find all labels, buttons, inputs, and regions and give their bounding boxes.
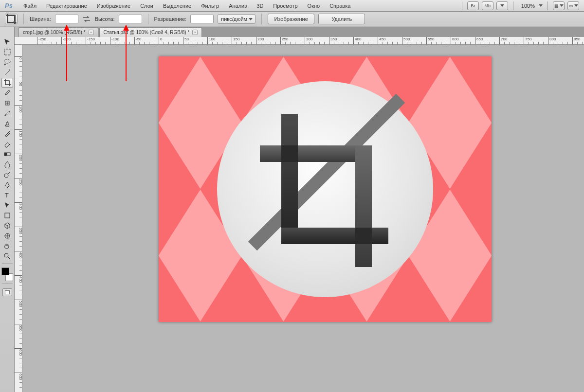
svg-point-1 bbox=[4, 59, 10, 63]
marquee-tool[interactable] bbox=[1, 47, 13, 57]
divider bbox=[513, 1, 513, 10]
resolution-input[interactable] bbox=[190, 15, 214, 23]
menu-слои[interactable]: Слои bbox=[135, 1, 158, 11]
lasso-tool[interactable] bbox=[1, 57, 13, 67]
svg-rect-16 bbox=[248, 94, 405, 250]
menu-справка[interactable]: Справка bbox=[325, 1, 355, 11]
canvas-area[interactable] bbox=[22, 45, 584, 392]
magic-wand-tool[interactable] bbox=[1, 68, 13, 77]
svg-rect-20 bbox=[355, 145, 372, 267]
divider bbox=[462, 1, 462, 10]
svg-text:T: T bbox=[5, 192, 9, 199]
move-tool[interactable] bbox=[1, 37, 13, 47]
divider bbox=[548, 1, 548, 10]
menu-анализ[interactable]: Анализ bbox=[224, 1, 252, 11]
svg-rect-17 bbox=[281, 114, 298, 244]
svg-rect-19 bbox=[260, 145, 372, 162]
menu-окно[interactable]: Окно bbox=[303, 1, 325, 11]
menu-3d[interactable]: 3D bbox=[252, 1, 268, 11]
ruler-horizontal[interactable]: -250-200-150-100-50050100150200250300350… bbox=[18, 37, 584, 45]
annotation-arrow bbox=[66, 25, 67, 81]
height-input[interactable] bbox=[119, 15, 142, 23]
minibridge-button[interactable]: Mb bbox=[482, 1, 493, 10]
tab-close-icon[interactable]: × bbox=[192, 30, 198, 35]
shape-tool[interactable] bbox=[1, 211, 13, 220]
ruler-vertical[interactable]: 0501001502002503003504004505005506006507… bbox=[15, 45, 22, 392]
crop-icon-illustration bbox=[223, 87, 427, 291]
swap-dimensions-icon[interactable] bbox=[82, 15, 91, 23]
ps-logo: Ps bbox=[2, 1, 16, 10]
menu-фильтр[interactable]: Фильтр bbox=[196, 1, 224, 11]
pen-tool[interactable] bbox=[1, 180, 13, 190]
menu-просмотр[interactable]: Просмотр bbox=[268, 1, 302, 11]
blur-tool[interactable] bbox=[1, 160, 13, 169]
3d-camera-tool[interactable] bbox=[1, 231, 13, 241]
annotation-arrow bbox=[126, 25, 127, 81]
path-selection-tool[interactable] bbox=[1, 200, 13, 210]
tab-close-icon[interactable]: × bbox=[89, 30, 94, 35]
document-tab[interactable]: crop1.jpg @ 100% (RGB/8) * × bbox=[18, 27, 98, 37]
document-tab[interactable]: Статья.psd @ 100% (Слой 4, RGB/8) * × bbox=[99, 27, 202, 37]
svg-point-5 bbox=[4, 174, 8, 178]
brush-tool[interactable] bbox=[1, 108, 13, 118]
svg-rect-4 bbox=[4, 153, 7, 156]
eyedropper-tool[interactable] bbox=[1, 88, 13, 98]
eraser-tool[interactable] bbox=[1, 139, 13, 149]
arrange-documents-button[interactable]: ▦ bbox=[553, 1, 565, 10]
menu-файл[interactable]: Файл bbox=[18, 1, 41, 11]
quick-mask-button[interactable] bbox=[2, 288, 12, 296]
tab-label: Статья.psd @ 100% (Слой 4, RGB/8) * bbox=[104, 30, 190, 35]
dodge-tool[interactable] bbox=[1, 170, 13, 179]
menu-изображение[interactable]: Изображение bbox=[92, 1, 135, 11]
svg-point-9 bbox=[4, 253, 8, 257]
document-tabs: crop1.jpg @ 100% (RGB/8) * × Статья.psd … bbox=[18, 27, 584, 37]
clone-stamp-tool[interactable] bbox=[1, 119, 13, 128]
healing-brush-tool[interactable] bbox=[1, 98, 13, 108]
crop-tool[interactable] bbox=[1, 78, 13, 88]
menu-bar: Ps ФайлРедактированиеИзображениеСлоиВыде… bbox=[0, 0, 584, 12]
svg-rect-0 bbox=[4, 49, 10, 55]
svg-rect-7 bbox=[5, 213, 10, 218]
history-brush-tool[interactable] bbox=[1, 129, 13, 139]
document-canvas[interactable] bbox=[159, 56, 492, 322]
screen-mode-button[interactable] bbox=[496, 1, 508, 10]
current-tool-icon[interactable] bbox=[5, 14, 18, 24]
bridge-button[interactable]: Br bbox=[467, 1, 479, 10]
zoom-tool[interactable] bbox=[1, 251, 13, 261]
hand-tool[interactable] bbox=[1, 241, 13, 251]
width-label: Ширина: bbox=[30, 16, 51, 22]
tab-label: crop1.jpg @ 100% (RGB/8) * bbox=[23, 30, 86, 35]
resolution-unit-dropdown[interactable]: пикс/дюйм bbox=[218, 14, 256, 24]
height-label: Высота: bbox=[95, 16, 115, 22]
resolution-label: Разрешение: bbox=[154, 16, 187, 22]
type-tool[interactable]: T bbox=[1, 190, 13, 200]
menu-редактирование[interactable]: Редактирование bbox=[41, 1, 92, 11]
color-swatches[interactable] bbox=[1, 267, 13, 281]
clear-button[interactable]: Удалить bbox=[318, 14, 365, 24]
options-bar: Ширина: Высота: Разрешение: пикс/дюйм Из… bbox=[0, 12, 584, 26]
front-image-button[interactable]: Изображение bbox=[268, 14, 314, 24]
screen-mode-2-button[interactable]: ▭ bbox=[567, 1, 579, 10]
svg-rect-22 bbox=[355, 228, 372, 244]
toolbox: T bbox=[0, 27, 15, 392]
menu-выделение[interactable]: Выделение bbox=[158, 1, 196, 11]
svg-rect-21 bbox=[281, 145, 298, 162]
3d-tool[interactable] bbox=[1, 221, 13, 231]
foreground-color-swatch[interactable] bbox=[1, 267, 9, 275]
svg-rect-18 bbox=[281, 228, 388, 244]
zoom-level[interactable]: 100% bbox=[518, 2, 543, 10]
gradient-tool[interactable] bbox=[1, 149, 13, 159]
width-input[interactable] bbox=[55, 15, 78, 23]
